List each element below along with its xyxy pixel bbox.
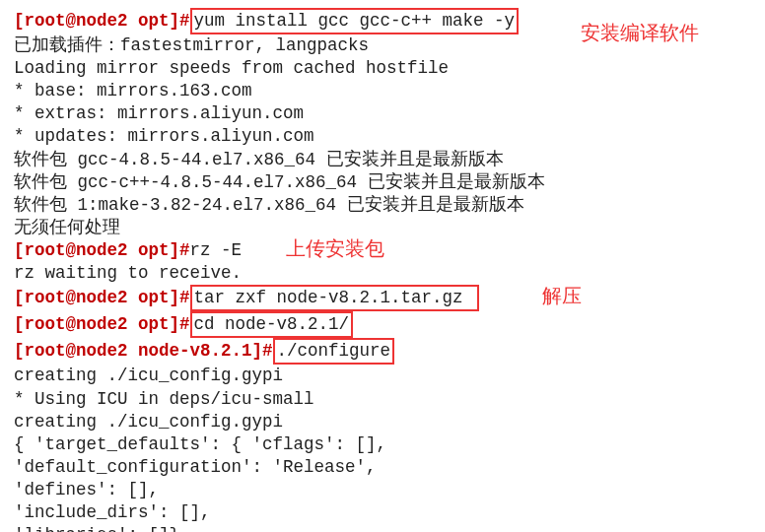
cmd-tar-box[interactable]: tar zxf node-v8.2.1.tar.gz (190, 285, 479, 311)
prompt: [root@node2 opt]# (14, 11, 190, 31)
out-line: 软件包 gcc-4.8.5-44.el7.x86_64 已安装并且是最新版本 (14, 149, 751, 171)
out-line: { 'target_defaults': { 'cflags': [], (14, 433, 751, 456)
cmd-line-yum: [root@node2 opt]#yum install gcc gcc-c++… (14, 8, 751, 34)
cmd-line-tar: [root@node2 opt]#tar zxf node-v8.2.1.tar… (14, 285, 751, 311)
annot-extract: 解压 (542, 283, 582, 308)
out-line: 已加载插件：fastestmirror, langpacks (14, 34, 751, 57)
prompt: [root@node2 node-v8.2.1]# (14, 341, 273, 361)
cmd-rz[interactable]: rz -E (190, 240, 243, 260)
out-line: 软件包 gcc-c++-4.8.5-44.el7.x86_64 已安装并且是最新… (14, 171, 751, 194)
cmd-configure-box[interactable]: ./configure (273, 338, 395, 365)
prompt: [root@node2 opt]# (14, 288, 190, 307)
cmd-line-rz: [root@node2 opt]#rz -E 上传安装包 (14, 239, 751, 262)
out-line: creating ./icu_config.gypi (14, 411, 751, 433)
cmd-line-cd: [root@node2 opt]#cd node-v8.2.1/ (14, 311, 751, 338)
out-line: rz waiting to receive. (14, 262, 751, 285)
out-line: * updates: mirrors.aliyun.com (14, 125, 751, 148)
cmd-line-configure: [root@node2 node-v8.2.1]#./configure (14, 338, 751, 365)
out-line: * base: mirrors.163.com (14, 80, 751, 102)
out-line: 'include_dirs': [], (14, 501, 751, 524)
out-line: creating ./icu_config.gypi (14, 365, 751, 387)
out-line: 'libraries': []}, (14, 524, 751, 532)
out-line: Loading mirror speeds from cached hostfi… (14, 57, 751, 80)
cmd-yum-box[interactable]: yum install gcc gcc-c++ make -y (190, 8, 520, 34)
out-line: 'default_configuration': 'Release', (14, 456, 751, 479)
annot-upload-package: 上传安装包 (286, 235, 384, 261)
prompt: [root@node2 opt]# (14, 314, 190, 334)
out-line: * Using ICU in deps/icu-small (14, 388, 751, 411)
out-line: 'defines': [], (14, 479, 751, 501)
out-line: * extras: mirrors.aliyun.com (14, 102, 751, 125)
prompt: [root@node2 opt]# (14, 240, 190, 260)
cmd-cd-box[interactable]: cd node-v8.2.1/ (190, 311, 354, 338)
out-line: 软件包 1:make-3.82-24.el7.x86_64 已安装并且是最新版本 (14, 194, 751, 217)
